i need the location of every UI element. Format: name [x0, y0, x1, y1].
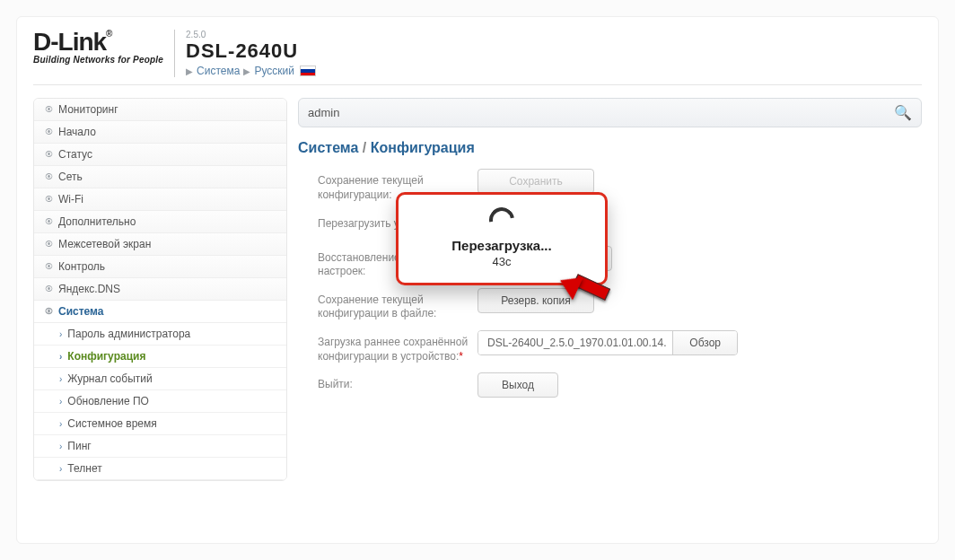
- browse-button[interactable]: Обзор: [673, 331, 737, 354]
- search-input[interactable]: admin: [308, 106, 894, 119]
- sidebar-item-label: Контроль: [58, 260, 105, 273]
- chevron-right-icon: ›: [59, 442, 62, 451]
- sidebar-item-wifi[interactable]: ⦿Wi-Fi: [34, 188, 286, 211]
- sidebar-item-label: Система: [58, 305, 104, 318]
- sidebar-item-label: Сеть: [58, 171, 83, 183]
- brand-name: D-Link®: [33, 30, 163, 55]
- sidebar-subitem-eventlog[interactable]: ›Журнал событий: [34, 368, 286, 390]
- sidebar-subitem-telnet[interactable]: ›Телнет: [34, 458, 286, 480]
- sidebar-subitem-systemtime[interactable]: ›Системное время: [34, 413, 286, 435]
- sidebar-item-start[interactable]: ⦿Начало: [34, 121, 286, 144]
- bullet-icon: ⦿: [45, 262, 53, 271]
- sidebar-item-label: Обновление ПО: [67, 395, 149, 407]
- reboot-modal: Перезагрузка... 43с: [396, 192, 608, 285]
- upload-label: Загрузка раннее сохранённой конфигурации…: [318, 330, 478, 363]
- backup-label: Сохранение текущей конфигурации в файле:: [318, 288, 478, 321]
- sidebar-item-firewall[interactable]: ⦿Межсетевой экран: [34, 233, 286, 256]
- bullet-icon: ⦿: [45, 284, 53, 293]
- sidebar-item-label: Конфигурация: [67, 350, 145, 363]
- file-name-text: DSL-2640U_2.5.0_1970.01.01.00.14.: [478, 331, 673, 354]
- backup-button[interactable]: Резерв. копия: [478, 288, 594, 313]
- sidebar-item-label: Журнал событий: [67, 372, 152, 385]
- exit-label: Выйти:: [318, 372, 478, 392]
- bullet-icon: ⦿: [45, 172, 53, 181]
- model-text: DSL-2640U: [186, 39, 316, 63]
- header: D-Link® Building Networks for People 2.5…: [33, 30, 922, 85]
- chevron-right-icon: ▶: [243, 66, 250, 76]
- spinner-icon: [485, 203, 520, 238]
- chevron-right-icon: ›: [59, 329, 62, 339]
- sidebar: ⦿Мониторинг ⦿Начало ⦿Статус ⦿Сеть ⦿Wi-Fi…: [33, 98, 287, 481]
- brand-tagline: Building Networks for People: [33, 55, 163, 65]
- bullet-icon: ⦿: [45, 240, 53, 249]
- modal-countdown: 43с: [407, 255, 596, 268]
- search-bar[interactable]: admin 🔍: [298, 98, 922, 127]
- sidebar-item-control[interactable]: ⦿Контроль: [34, 256, 286, 278]
- bullet-icon: ⦿: [45, 150, 53, 159]
- flag-russia-icon[interactable]: [300, 66, 316, 76]
- version-text: 2.5.0: [186, 30, 316, 39]
- main-panel: admin 🔍 Система / Конфигурация Сохранени…: [298, 98, 922, 481]
- sidebar-item-yandexdns[interactable]: ⦿Яндекс.DNS: [34, 278, 286, 301]
- sidebar-subitem-ping[interactable]: ›Пинг: [34, 435, 286, 458]
- sidebar-item-label: Пароль администратора: [67, 328, 190, 340]
- crumb-language[interactable]: Русский: [254, 65, 294, 77]
- sidebar-item-advanced[interactable]: ⦿Дополнительно: [34, 211, 286, 233]
- chevron-right-icon: ›: [59, 352, 62, 362]
- bullet-icon: ⦿: [45, 105, 53, 114]
- chevron-right-icon: ›: [59, 374, 62, 384]
- sidebar-item-label: Дополнительно: [58, 215, 136, 228]
- bullet-icon: ⦿: [45, 127, 53, 136]
- page-title: Система / Конфигурация: [298, 140, 922, 156]
- bullet-icon: ⦿: [45, 307, 53, 316]
- bullet-icon: ⦿: [45, 217, 53, 226]
- sidebar-item-label: Телнет: [67, 462, 101, 475]
- save-button[interactable]: Сохранить: [478, 169, 594, 194]
- sidebar-item-monitoring[interactable]: ⦿Мониторинг: [34, 99, 286, 121]
- chevron-right-icon: ›: [59, 419, 62, 429]
- sidebar-item-label: Межсетевой экран: [58, 238, 151, 250]
- sidebar-item-label: Статус: [58, 148, 92, 161]
- modal-title: Перезагрузка...: [407, 238, 596, 253]
- sidebar-item-label: Начало: [58, 126, 96, 138]
- sidebar-subitem-adminpassword[interactable]: ›Пароль администратора: [34, 323, 286, 346]
- header-crumbs: ▶ Система ▶ Русский: [186, 65, 316, 77]
- sidebar-subitem-firmware[interactable]: ›Обновление ПО: [34, 390, 286, 413]
- file-input[interactable]: DSL-2640U_2.5.0_1970.01.01.00.14. Обзор: [478, 330, 738, 355]
- sidebar-item-status[interactable]: ⦿Статус: [34, 144, 286, 166]
- exit-button[interactable]: Выход: [478, 372, 558, 398]
- sidebar-subitem-configuration[interactable]: ›Конфигурация: [34, 346, 286, 368]
- chevron-right-icon: ▶: [186, 66, 193, 76]
- bullet-icon: ⦿: [45, 195, 53, 204]
- sidebar-item-label: Системное время: [67, 417, 156, 430]
- sidebar-item-system[interactable]: ⦿Система: [34, 301, 286, 323]
- sidebar-item-label: Пинг: [67, 440, 91, 452]
- brand-logo: D-Link® Building Networks for People: [33, 30, 163, 65]
- sidebar-item-network[interactable]: ⦿Сеть: [34, 166, 286, 188]
- crumb-system[interactable]: Система: [197, 65, 240, 77]
- search-icon[interactable]: 🔍: [894, 104, 912, 121]
- header-info: 2.5.0 DSL-2640U ▶ Система ▶ Русский: [174, 30, 316, 77]
- chevron-right-icon: ›: [59, 464, 62, 474]
- sidebar-item-label: Мониторинг: [58, 103, 118, 116]
- chevron-right-icon: ›: [59, 397, 62, 407]
- sidebar-item-label: Wi-Fi: [58, 193, 83, 206]
- sidebar-item-label: Яндекс.DNS: [58, 283, 120, 295]
